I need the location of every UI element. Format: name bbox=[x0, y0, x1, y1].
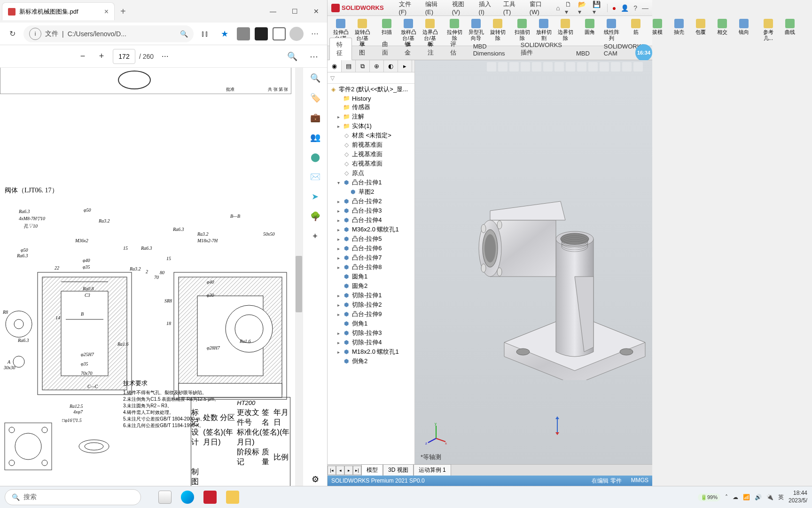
sb-add-icon[interactable]: + bbox=[309, 230, 322, 243]
expand-icon[interactable]: ▸ bbox=[336, 255, 341, 261]
expand-icon[interactable]: ▸ bbox=[336, 208, 341, 214]
tree-item[interactable]: ▸⬢凸台-拉伸5 bbox=[328, 234, 414, 244]
bottom-tab[interactable]: 3D 视图 bbox=[383, 464, 414, 476]
vt-12[interactable] bbox=[611, 62, 620, 71]
tray-volume-icon[interactable]: 🔊 bbox=[755, 494, 762, 500]
ribbon-btn[interactable]: 线性阵列 bbox=[601, 18, 622, 42]
sw-menu-item[interactable]: 视图(V) bbox=[452, 0, 471, 16]
more-menu-button[interactable]: ⋯ bbox=[306, 25, 323, 42]
solidworks-taskbar-icon[interactable] bbox=[200, 487, 220, 507]
favorite-star-icon[interactable]: ★ bbox=[216, 25, 233, 42]
btab-first[interactable]: |◂ bbox=[328, 466, 336, 475]
sw-open-icon[interactable]: 📂▾ bbox=[578, 0, 588, 16]
sw-tab[interactable]: SOLIDWORKS 插件 bbox=[514, 39, 569, 60]
extensions-icon[interactable] bbox=[273, 27, 286, 40]
ext-icon-1[interactable] bbox=[237, 27, 250, 40]
expand-icon[interactable]: ▸ bbox=[336, 114, 341, 119]
vt-11[interactable] bbox=[600, 62, 609, 71]
tray-onedrive-icon[interactable]: ☁ bbox=[733, 494, 738, 500]
expand-icon[interactable]: ▸ bbox=[336, 340, 341, 345]
sb-people-icon[interactable]: 👥 bbox=[309, 131, 322, 144]
sw-menu-item[interactable]: 窗口(W) bbox=[530, 0, 550, 16]
expand-icon[interactable]: ▸ bbox=[336, 331, 341, 336]
view-orient-icon[interactable] bbox=[552, 415, 563, 436]
expand-icon[interactable]: ▸ bbox=[336, 312, 341, 317]
tree-tab-display-icon[interactable]: ⊕ bbox=[370, 60, 384, 72]
expand-icon[interactable]: ▸ bbox=[336, 302, 341, 308]
expand-icon[interactable]: ▸ bbox=[336, 265, 341, 270]
vt-8[interactable] bbox=[566, 62, 575, 71]
vt-1[interactable] bbox=[487, 62, 496, 71]
sw-tab[interactable]: 曲面 bbox=[375, 37, 398, 60]
vt-6[interactable] bbox=[543, 62, 553, 71]
expand-icon[interactable]: ▸ bbox=[336, 349, 341, 355]
sw-user-icon[interactable]: 👤 bbox=[621, 4, 629, 12]
pdf-tool-1[interactable]: 🔍 bbox=[285, 51, 300, 62]
zoom-in-button[interactable]: + bbox=[94, 51, 109, 61]
ribbon-btn[interactable]: 旋转切除 bbox=[487, 18, 508, 42]
sw-min-icon[interactable]: — bbox=[642, 4, 648, 12]
ribbon-btn[interactable]: 相交 bbox=[712, 18, 733, 36]
sb-send-icon[interactable]: ➤ bbox=[309, 190, 322, 203]
address-field[interactable]: i 文件 | C:/Users/lenovo/D... 🔍 bbox=[23, 25, 194, 42]
vt-3[interactable] bbox=[509, 62, 519, 71]
sb-toolbox-icon[interactable]: 💼 bbox=[309, 111, 322, 124]
sw-tab[interactable]: 评估 bbox=[443, 37, 466, 60]
zoom-icon[interactable]: 🔍 bbox=[180, 30, 188, 38]
tree-item[interactable]: ▸📁注解 bbox=[328, 112, 414, 121]
tree-item[interactable]: ⬢倒角1 bbox=[328, 319, 414, 328]
tree-filter[interactable]: ▽ bbox=[328, 72, 414, 84]
tree-item[interactable]: ▸⬢凸台-拉伸4 bbox=[328, 215, 414, 225]
expand-icon[interactable]: ▸ bbox=[336, 293, 341, 298]
expand-icon[interactable]: ▸ bbox=[336, 246, 341, 251]
sb-tag-icon[interactable]: 🏷️ bbox=[309, 91, 322, 104]
feature-tree[interactable]: ◈ 零件2 (默认<<默认>_显... 📁History📁传感器▸📁注解▸📁实体… bbox=[328, 84, 414, 464]
ext-icon-2[interactable] bbox=[255, 27, 268, 40]
tree-item[interactable]: ▸⬢凸台-拉伸9 bbox=[328, 310, 414, 319]
vt-9[interactable] bbox=[577, 62, 586, 71]
tree-item[interactable]: ◇材质 <未指定> bbox=[328, 131, 414, 140]
profile-avatar[interactable] bbox=[289, 27, 304, 41]
tree-item[interactable]: ▾⬢凸台-拉伸1 bbox=[328, 178, 414, 187]
tree-item[interactable]: ⬢圆角1 bbox=[328, 272, 414, 281]
vt-7[interactable] bbox=[554, 62, 564, 71]
tray-chevron-icon[interactable]: ˄ bbox=[725, 494, 728, 500]
refresh-button[interactable]: ↻ bbox=[4, 25, 21, 42]
vt-4[interactable] bbox=[521, 62, 530, 71]
sw-menu-item[interactable]: 文件(F) bbox=[399, 0, 418, 16]
tree-item[interactable]: ▸⬢切除-拉伸2 bbox=[328, 300, 414, 310]
zoom-out-button[interactable]: − bbox=[75, 51, 90, 61]
taskbar-search[interactable]: 🔍 搜索 bbox=[5, 489, 141, 505]
tree-item[interactable]: ◇前视基准面 bbox=[328, 140, 414, 150]
reader-icon[interactable]: ⫿⫿ bbox=[196, 25, 213, 42]
sw-tab[interactable]: MBD bbox=[569, 47, 597, 60]
sb-settings-icon[interactable]: ⚙ bbox=[309, 473, 322, 486]
sw-tab[interactable]: MBD Dimensions bbox=[466, 40, 514, 60]
sw-record-icon[interactable]: ● bbox=[612, 4, 616, 12]
tree-item[interactable]: ▸⬢切除-拉伸4 bbox=[328, 338, 414, 347]
pdf-tool-2[interactable]: ⋯ bbox=[306, 51, 321, 62]
pdf-scrollbar[interactable] bbox=[295, 68, 303, 486]
tree-item[interactable]: ▸⬢切除-拉伸3 bbox=[328, 328, 414, 338]
browser-tab[interactable]: 新标准机械图图集.pdf × bbox=[2, 2, 115, 20]
vt-13[interactable] bbox=[622, 62, 632, 71]
tree-item[interactable]: ◇原点 bbox=[328, 168, 414, 178]
tree-item[interactable]: ▸⬢M36x2.0 螺纹孔1 bbox=[328, 225, 414, 234]
sw-menu-item[interactable]: 编辑(E) bbox=[425, 0, 445, 16]
sw-new-icon[interactable]: 🗋▾ bbox=[565, 0, 573, 16]
vt-10[interactable] bbox=[588, 62, 598, 71]
tree-item[interactable]: ▸⬢凸台-拉伸8 bbox=[328, 262, 414, 272]
sb-circle-icon[interactable]: ⬤ bbox=[309, 151, 322, 164]
sw-tab[interactable]: 草图 bbox=[352, 37, 375, 60]
tree-item[interactable]: ▸⬢凸台-拉伸2 bbox=[328, 197, 414, 206]
btab-prev[interactable]: ◂ bbox=[336, 466, 344, 475]
vt-14[interactable] bbox=[633, 62, 643, 71]
sb-tree-icon[interactable]: 🌳 bbox=[309, 210, 322, 223]
sw-help-icon[interactable]: ? bbox=[633, 4, 637, 12]
tree-item[interactable]: 📁History bbox=[328, 94, 414, 103]
expand-icon[interactable]: ▸ bbox=[336, 227, 341, 232]
tray-wifi-icon[interactable]: 📶 bbox=[743, 494, 750, 500]
bottom-tab[interactable]: 运动算例 1 bbox=[414, 464, 451, 476]
ribbon-btn[interactable]: 扫描 bbox=[376, 18, 397, 36]
vt-2[interactable] bbox=[498, 62, 508, 71]
